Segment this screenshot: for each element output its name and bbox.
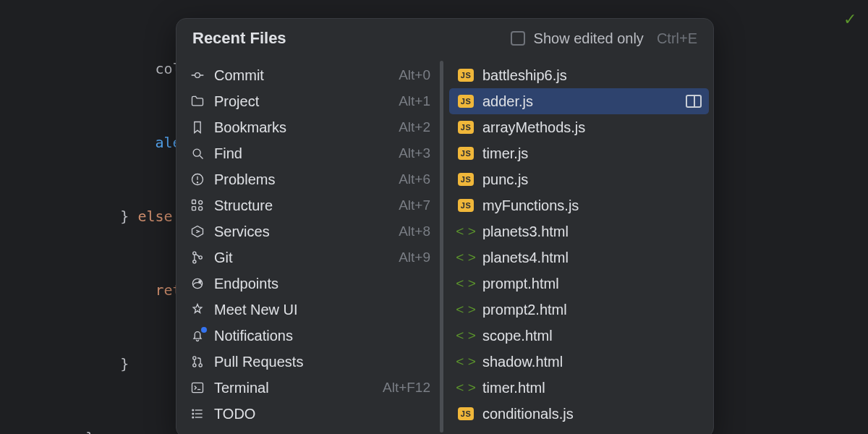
tool-item-meetui[interactable]: Meet New UI xyxy=(181,297,438,323)
tool-item-label: Notifications xyxy=(214,328,422,344)
js-file-icon: JS xyxy=(458,197,474,213)
tool-item-commit[interactable]: CommitAlt+0 xyxy=(181,62,438,88)
meetui-icon xyxy=(190,302,205,318)
tool-item-find[interactable]: FindAlt+3 xyxy=(181,140,438,166)
file-item-label: timer.js xyxy=(482,145,702,162)
inspection-ok-icon[interactable]: ✓ xyxy=(843,10,856,29)
svg-point-14 xyxy=(193,260,196,263)
tool-item-problems[interactable]: ProblemsAlt+6 xyxy=(181,166,438,192)
file-item[interactable]: < >prompt2.html xyxy=(449,297,709,323)
svg-point-7 xyxy=(197,182,198,183)
file-item[interactable]: < >scope.html xyxy=(449,323,709,349)
services-icon xyxy=(190,224,205,239)
tool-item-shortcut: Alt+3 xyxy=(399,145,430,161)
svg-point-3 xyxy=(193,149,200,156)
file-item[interactable]: JSconditionals.js xyxy=(449,401,709,427)
file-item[interactable]: JSbattleship6.js xyxy=(449,62,709,88)
show-edited-only-label[interactable]: Show edited only xyxy=(534,30,644,47)
html-file-icon: < > xyxy=(458,302,474,318)
file-item[interactable]: JSpunc.js xyxy=(449,166,709,192)
file-item[interactable]: JStimer.js xyxy=(449,140,709,166)
tool-item-project[interactable]: ProjectAlt+1 xyxy=(181,88,438,114)
tool-item-label: Structure xyxy=(214,197,390,214)
tool-item-shortcut: Alt+6 xyxy=(399,171,430,187)
problems-icon xyxy=(190,171,205,187)
popup-header: Recent Files Show edited only Ctrl+E xyxy=(176,19,713,56)
svg-rect-9 xyxy=(192,207,196,210)
svg-point-19 xyxy=(193,364,196,367)
svg-line-4 xyxy=(200,156,203,158)
show-edited-only-shortcut: Ctrl+E xyxy=(657,30,697,47)
tool-item-label: Terminal xyxy=(214,380,374,396)
js-file-icon: JS xyxy=(458,67,474,83)
svg-point-11 xyxy=(199,207,203,210)
tool-item-notifications[interactable]: Notifications xyxy=(181,323,438,349)
svg-point-15 xyxy=(199,256,202,259)
tool-windows-panel[interactable]: CommitAlt+0ProjectAlt+1BookmarksAlt+2Fin… xyxy=(176,56,445,434)
js-file-icon: JS xyxy=(458,406,474,422)
tool-item-pullreq[interactable]: Pull Requests xyxy=(181,349,438,375)
tool-item-label: Problems xyxy=(214,171,390,188)
tool-item-services[interactable]: ServicesAlt+8 xyxy=(181,218,438,244)
file-item[interactable]: JSmyFunctions.js xyxy=(449,192,709,218)
file-item[interactable]: JSadder.js xyxy=(449,88,709,114)
html-file-icon: < > xyxy=(458,224,474,239)
html-file-icon: < > xyxy=(458,354,474,370)
svg-point-20 xyxy=(199,364,202,367)
tool-item-structure[interactable]: StructureAlt+7 xyxy=(181,192,438,218)
todo-icon xyxy=(190,406,205,422)
open-in-split-icon[interactable] xyxy=(686,95,702,108)
svg-point-10 xyxy=(199,200,203,204)
file-item-label: planets3.html xyxy=(482,224,702,240)
tool-item-shortcut: Alt+2 xyxy=(399,119,430,135)
tool-item-label: Commit xyxy=(214,67,390,84)
tool-item-label: Services xyxy=(214,224,390,240)
structure-icon xyxy=(190,197,205,213)
popup-title: Recent Files xyxy=(192,29,502,48)
tool-item-bookmark[interactable]: BookmarksAlt+2 xyxy=(181,114,438,140)
file-item[interactable]: < >timer.html xyxy=(449,375,709,401)
file-item-label: prompt.html xyxy=(482,276,702,292)
file-item-label: planets4.html xyxy=(482,250,702,266)
tool-item-label: Endpoints xyxy=(214,276,422,292)
project-icon xyxy=(190,93,205,109)
file-item[interactable]: < >planets4.html xyxy=(449,244,709,271)
tool-item-endpoints[interactable]: Endpoints xyxy=(181,271,438,297)
svg-point-26 xyxy=(192,409,194,411)
file-item-label: conditionals.js xyxy=(482,406,702,422)
tool-item-shortcut: Alt+9 xyxy=(399,250,430,265)
svg-point-18 xyxy=(193,357,196,359)
tool-item-todo[interactable]: TODO xyxy=(181,401,438,427)
recent-files-popup: Recent Files Show edited only Ctrl+E Com… xyxy=(176,18,714,434)
file-item[interactable]: JSarrayMethods.js xyxy=(449,114,709,140)
file-item-label: punc.js xyxy=(482,171,702,188)
file-item-label: myFunctions.js xyxy=(482,197,702,214)
recent-files-panel[interactable]: JSbattleship6.jsJSadder.jsJSarrayMethods… xyxy=(445,56,713,434)
file-item[interactable]: < >shadow.html xyxy=(449,349,709,375)
tool-item-label: TODO xyxy=(214,406,422,422)
svg-point-17 xyxy=(199,281,201,283)
tool-item-label: Meet New UI xyxy=(214,302,422,318)
tool-item-shortcut: Alt+8 xyxy=(399,224,430,239)
file-item[interactable]: < >planets3.html xyxy=(449,218,709,244)
js-file-icon: JS xyxy=(458,171,474,187)
tool-item-terminal[interactable]: TerminalAlt+F12 xyxy=(181,375,438,401)
js-file-icon: JS xyxy=(458,93,474,109)
file-item[interactable]: < >prompt.html xyxy=(449,271,709,297)
js-file-icon: JS xyxy=(458,119,474,135)
file-item-label: scope.html xyxy=(482,328,702,344)
tool-item-label: Project xyxy=(214,93,390,110)
tool-item-label: Pull Requests xyxy=(214,354,422,370)
svg-point-27 xyxy=(192,413,194,414)
git-icon xyxy=(190,250,205,265)
tool-item-shortcut: Alt+0 xyxy=(399,67,430,83)
html-file-icon: < > xyxy=(458,328,474,344)
file-item-label: adder.js xyxy=(482,93,702,110)
pullreq-icon xyxy=(190,354,205,370)
file-item-label: arrayMethods.js xyxy=(482,119,702,136)
html-file-icon: < > xyxy=(458,276,474,292)
tool-item-git[interactable]: GitAlt+9 xyxy=(181,244,438,271)
tool-item-shortcut: Alt+1 xyxy=(399,93,430,109)
show-edited-only-checkbox[interactable] xyxy=(511,31,525,46)
tool-item-label: Git xyxy=(214,250,390,266)
